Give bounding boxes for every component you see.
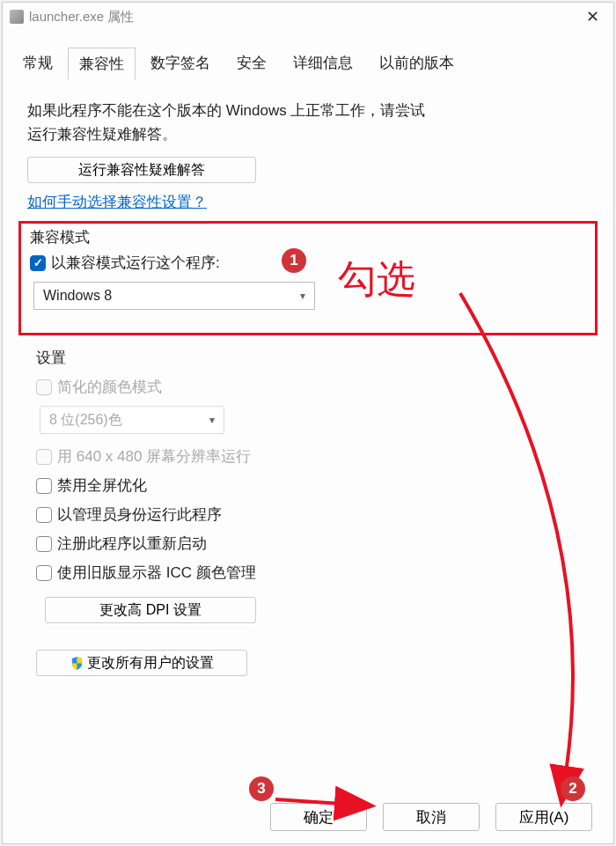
tab-digital-signatures[interactable]: 数字签名 bbox=[139, 47, 222, 79]
annotation-highlight-box: 兼容模式 以兼容模式运行这个程序: Windows 8 ▾ 1 勾选 bbox=[18, 221, 598, 335]
dpi-settings-button[interactable]: 更改高 DPI 设置 bbox=[45, 597, 256, 623]
tab-compatibility[interactable]: 兼容性 bbox=[68, 48, 136, 80]
right-edge-markers: ⁢⁢⁢⁢⁢⁢⁢⁢⁢⁢⁢⁢⁢⁢⁢⁢ bbox=[610, 91, 615, 813]
app-icon bbox=[10, 10, 24, 24]
register-restart-label: 注册此程序以重新启动 bbox=[57, 533, 207, 554]
run-admin-checkbox[interactable] bbox=[36, 507, 52, 523]
annotation-badge-2: 2 bbox=[561, 776, 585, 801]
compat-os-value: Windows 8 bbox=[43, 288, 112, 304]
cancel-button[interactable]: 取消 bbox=[383, 803, 480, 831]
titlebar: launcher.exe 属性 ✕ bbox=[3, 3, 613, 31]
reduced-color-label: 简化的颜色模式 bbox=[57, 377, 162, 397]
disable-fullscreen-checkbox[interactable] bbox=[36, 478, 52, 494]
annotation-check-text: 勾选 bbox=[338, 254, 415, 305]
change-all-users-button[interactable]: 更改所有用户的设置 bbox=[36, 650, 247, 676]
reduced-color-checkbox bbox=[36, 379, 52, 395]
intro-line: 如果此程序不能在这个版本的 Windows 上正常工作，请尝试 bbox=[27, 102, 425, 119]
tab-content: 如果此程序不能在这个版本的 Windows 上正常工作，请尝试 运行兼容性疑难解… bbox=[3, 81, 613, 688]
ok-button[interactable]: 确定 bbox=[270, 803, 367, 831]
settings-group: 设置 简化的颜色模式 8 位(256)色 ▾ 用 640 x 480 屏幕分辨率… bbox=[36, 348, 589, 623]
compat-mode-group-label: 兼容模式 bbox=[30, 227, 586, 247]
color-depth-select: 8 位(256)色 ▾ bbox=[40, 406, 224, 434]
tab-previous-versions[interactable]: 以前的版本 bbox=[368, 47, 466, 79]
tab-general[interactable]: 常规 bbox=[11, 47, 64, 79]
resolution-640-checkbox bbox=[36, 449, 52, 465]
annotation-badge-3: 3 bbox=[249, 776, 274, 801]
legacy-icc-checkbox[interactable] bbox=[36, 565, 52, 581]
manual-settings-link[interactable]: 如何手动选择兼容性设置？ bbox=[27, 194, 207, 210]
run-admin-label: 以管理员身份运行此程序 bbox=[57, 504, 222, 525]
register-restart-checkbox[interactable] bbox=[36, 536, 52, 552]
apply-button[interactable]: 应用(A) bbox=[495, 803, 592, 831]
window-title: launcher.exe 属性 bbox=[29, 9, 134, 26]
chevron-down-icon: ▾ bbox=[300, 290, 305, 302]
shield-icon bbox=[70, 657, 84, 670]
resolution-640-label: 用 640 x 480 屏幕分辨率运行 bbox=[57, 446, 251, 467]
compat-mode-checkbox-label: 以兼容模式运行这个程序: bbox=[51, 253, 220, 273]
troubleshoot-button[interactable]: 运行兼容性疑难解答 bbox=[27, 157, 256, 183]
tab-security[interactable]: 安全 bbox=[225, 47, 278, 79]
tab-details[interactable]: 详细信息 bbox=[282, 47, 364, 79]
close-icon[interactable]: ✕ bbox=[579, 7, 606, 26]
color-depth-value: 8 位(256)色 bbox=[49, 411, 122, 430]
intro-line: 运行兼容性疑难解答。 bbox=[27, 126, 177, 143]
settings-group-label: 设置 bbox=[36, 348, 589, 368]
compat-os-select[interactable]: Windows 8 ▾ bbox=[33, 282, 315, 310]
legacy-icc-label: 使用旧版显示器 ICC 颜色管理 bbox=[57, 563, 256, 583]
chevron-down-icon: ▾ bbox=[209, 414, 215, 426]
intro-text: 如果此程序不能在这个版本的 Windows 上正常工作，请尝试 运行兼容性疑难解… bbox=[27, 99, 589, 146]
dialog-buttons: 确定 取消 应用(A) bbox=[270, 803, 592, 831]
compat-mode-checkbox[interactable] bbox=[30, 255, 46, 271]
tabs-bar: 常规 兼容性 数字签名 安全 详细信息 以前的版本 bbox=[3, 47, 613, 80]
properties-dialog: launcher.exe 属性 ✕ 常规 兼容性 数字签名 安全 详细信息 以前… bbox=[2, 2, 614, 844]
disable-fullscreen-label: 禁用全屏优化 bbox=[57, 475, 147, 496]
change-all-users-label: 更改所有用户的设置 bbox=[87, 654, 214, 673]
